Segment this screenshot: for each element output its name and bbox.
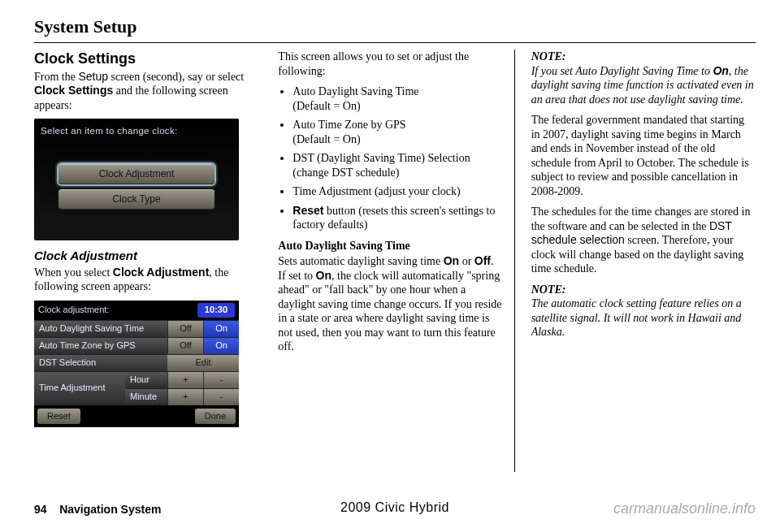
column-left: Clock Settings From the Setup screen (se… <box>34 50 263 472</box>
shot2-tz-on[interactable]: On <box>203 338 239 354</box>
shot2-minute-minus[interactable]: - <box>203 389 239 405</box>
shot1-btn-clock-adjustment[interactable]: Clock Adjustment <box>58 164 214 184</box>
text: (Default = On) <box>292 133 360 145</box>
text: screen (second), say or select <box>108 71 244 83</box>
text: If you set Auto Daylight Saving Time to <box>531 65 713 77</box>
page-number: 94 <box>34 503 47 516</box>
text: Auto Daylight Saving Time <box>292 85 418 97</box>
text: The automatic clock setting feature reli… <box>531 297 742 338</box>
shot1-btn-clock-type[interactable]: Clock Type <box>58 189 214 210</box>
shot2-row-timeadj: Time Adjustment <box>34 372 125 405</box>
shot2-hour-plus[interactable]: + <box>167 372 203 388</box>
on-word: On <box>713 64 728 77</box>
screenshot-clock-adjustment: Clock adjustment: 10:30 Auto Daylight Sa… <box>34 301 239 427</box>
mid-bullets: Auto Daylight Saving Time (Default = On)… <box>278 84 502 232</box>
subsection-clock-adjustment: Clock Adjustment <box>34 249 258 264</box>
text: Sets automatic daylight saving time <box>278 255 443 267</box>
off-word: Off <box>474 254 491 267</box>
bullet-timeadj: Time Adjustment (adjust your clock) <box>292 184 502 199</box>
shot2-title: Clock adjustment: <box>38 305 109 316</box>
page-title: System Setup <box>34 16 756 43</box>
shot1-prompt: Select an item to change clock: <box>41 125 232 136</box>
footer-model: 2009 Civic Hybrid <box>340 500 449 515</box>
reset-word: Reset <box>292 204 323 217</box>
mid-autodst-paragraph: Sets automatic daylight saving time On o… <box>278 254 502 354</box>
page-label: Navigation System <box>59 503 161 516</box>
footer-watermark: carmanualsonline.info <box>613 500 756 517</box>
shot2-hour-minus[interactable]: - <box>203 372 239 388</box>
text: (change DST schedule) <box>292 167 399 179</box>
text: button (resets this screen's settings to… <box>292 205 495 231</box>
bullet-dstsel: DST (Daylight Saving Time) Selection (ch… <box>292 151 502 179</box>
screenshot-clock-menu: Select an item to change clock: Clock Ad… <box>34 119 239 240</box>
shot2-row-dstsel: DST Selection <box>34 355 167 371</box>
section-clock-settings: Clock Settings <box>34 50 258 68</box>
page-number-block: 94 Navigation System <box>34 503 161 516</box>
setup-word: Setup <box>78 70 108 83</box>
mid-heading-autodst: Auto Daylight Saving Time <box>278 239 502 253</box>
note-1: NOTE: If you set Auto Daylight Saving Ti… <box>531 50 756 106</box>
right-p2: The federal government mandated that sta… <box>531 113 756 198</box>
note-2: NOTE: The automatic clock setting featur… <box>531 283 756 340</box>
clock-settings-word: Clock Settings <box>34 84 113 97</box>
mid-intro: This screen allows you to set or adjust … <box>278 50 502 78</box>
right-p3: The schedules for the time changes are s… <box>531 205 756 276</box>
shot2-tz-off[interactable]: Off <box>167 338 203 354</box>
shot2-row-dst: Auto Daylight Saving Time <box>34 321 167 337</box>
on-word: On <box>444 254 459 267</box>
column-middle: This screen allows you to set or adjust … <box>278 50 514 472</box>
sub-paragraph: When you select Clock Adjustment, the fo… <box>34 266 258 294</box>
content-columns: Clock Settings From the Setup screen (se… <box>34 50 756 472</box>
shot2-minute-plus[interactable]: + <box>167 389 203 405</box>
text: or <box>459 255 474 267</box>
text: From the <box>34 71 78 83</box>
text: When you select <box>34 266 113 279</box>
shot2-dst-off[interactable]: Off <box>167 321 203 337</box>
clock-adjustment-word: Clock Adjustment <box>113 266 210 279</box>
shot2-hour-label: Hour <box>125 372 167 388</box>
note-label: NOTE: <box>531 50 566 63</box>
shot2-edit-button[interactable]: Edit <box>167 355 239 371</box>
on-word: On <box>316 269 332 282</box>
note-label: NOTE: <box>531 283 566 296</box>
bullet-tz: Auto Time Zone by GPS (Default = On) <box>292 118 502 146</box>
shot2-minute-label: Minute <box>125 389 167 405</box>
intro-paragraph: From the Setup screen (second), say or s… <box>34 70 258 113</box>
page-footer: 94 Navigation System 2009 Civic Hybrid c… <box>34 500 756 517</box>
shot2-done-button[interactable]: Done <box>195 409 236 425</box>
text: DST (Daylight Saving Time) Selection <box>292 152 470 164</box>
column-right: NOTE: If you set Auto Daylight Saving Ti… <box>530 50 756 472</box>
text: (Default = On) <box>292 100 360 112</box>
text: Auto Time Zone by GPS <box>292 119 405 131</box>
shot2-reset-button[interactable]: Reset <box>37 409 80 425</box>
shot2-row-tz: Auto Time Zone by GPS <box>34 338 167 354</box>
bullet-reset: Reset button (resets this screen's setti… <box>292 204 502 232</box>
bullet-dst: Auto Daylight Saving Time (Default = On) <box>292 84 502 113</box>
shot2-clock: 10:30 <box>197 303 235 318</box>
shot2-dst-on[interactable]: On <box>203 321 239 337</box>
